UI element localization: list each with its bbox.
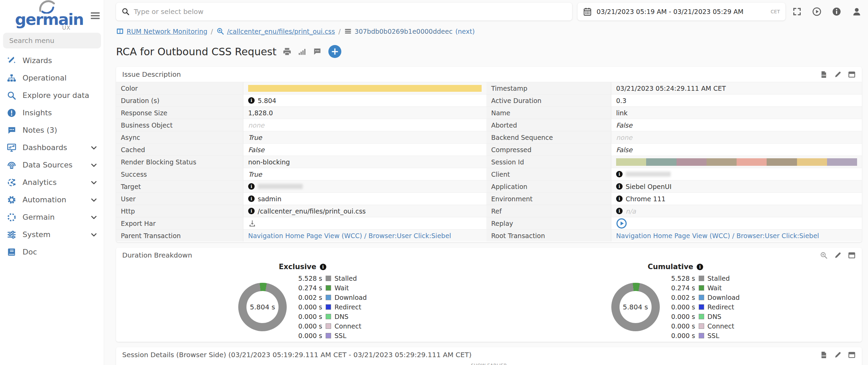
window-icon[interactable] [848, 351, 856, 359]
transaction-link[interactable]: Navigation Home Page View (WCC) / Browse… [616, 232, 819, 239]
window-icon[interactable] [848, 71, 856, 78]
info-dot-icon[interactable]: i [616, 171, 623, 177]
field-value-success: True [243, 168, 486, 180]
signal-bars-icon[interactable] [298, 47, 307, 56]
field-label-replay: Replay [486, 217, 611, 229]
legend-item-redirect[interactable]: 0.000 sRedirect [296, 302, 367, 312]
sidebar-item-operational[interactable]: Operational [0, 69, 104, 87]
legend-swatch [326, 304, 331, 310]
legend-item-dns[interactable]: 0.000 sDNS [296, 312, 367, 321]
field-value-session-id [611, 156, 862, 168]
donut-chart: 5.804 s [611, 283, 660, 331]
value-text: 03/21/2023 05:24:29.111 AM CET [616, 85, 726, 92]
fullscreen-icon[interactable] [792, 7, 802, 16]
sidebar-item-system[interactable]: System [0, 226, 104, 243]
breadcrumb-link[interactable]: /callcenter_enu/files/print_oui.css [227, 28, 335, 35]
edit-icon[interactable] [834, 251, 842, 259]
field-label-application: Application [486, 180, 611, 192]
info-dot-icon[interactable]: i [248, 195, 255, 202]
transaction-link[interactable]: Navigation Home Page View (WCC) / Browse… [248, 232, 451, 239]
edit-icon[interactable] [834, 71, 842, 78]
logo-text: germain [15, 12, 104, 27]
global-search-input[interactable] [134, 8, 567, 16]
chart-legend: 5.528 sStalled0.274 sWait0.002 sDownload… [296, 274, 367, 340]
play-icon[interactable] [812, 7, 822, 16]
field-label-ref: Ref [486, 205, 611, 217]
info-dot-icon[interactable]: i [248, 97, 255, 104]
show-earlier-button[interactable]: SHOW EARLIER [116, 363, 862, 365]
sidebar-search-input[interactable] [3, 33, 101, 48]
info-dot-icon[interactable]: i [616, 208, 623, 214]
add-button[interactable]: + [328, 45, 341, 58]
legend-value: 0.000 s [296, 303, 322, 311]
sidebar-item-data-sources[interactable]: Data Sources [0, 156, 104, 174]
edit-icon[interactable] [834, 351, 842, 359]
global-search[interactable] [116, 3, 572, 20]
legend-swatch [699, 333, 704, 338]
window-icon[interactable] [848, 251, 856, 259]
legend-swatch [326, 323, 331, 329]
legend-item-download[interactable]: 0.002 sDownload [669, 293, 740, 302]
info-icon[interactable] [832, 7, 841, 16]
field-value-environment: iChrome 111 [611, 192, 862, 205]
sidebar-item-wizards[interactable]: Wizards [0, 52, 104, 69]
info-dot-icon[interactable]: i [616, 183, 623, 190]
legend-item-wait[interactable]: 0.274 sWait [296, 283, 367, 293]
breadcrumb-item-resource[interactable]: /callcenter_enu/files/print_oui.css [216, 27, 335, 35]
legend-label: DNS [335, 313, 348, 320]
chart-title-text: Exclusive [279, 263, 316, 271]
info-dot-icon[interactable]: i [616, 195, 623, 202]
legend-swatch [699, 304, 704, 310]
session-details-panel: Session Details (Browser Side) (03/21/20… [116, 347, 862, 365]
legend-item-download[interactable]: 0.002 sDownload [296, 293, 367, 302]
app-logo[interactable]: germain UX [0, 0, 104, 31]
legend-item-ssl[interactable]: 0.000 sSSL [296, 331, 367, 340]
sidebar-item-doc[interactable]: Doc [0, 243, 104, 261]
legend-item-connect[interactable]: 0.000 sConnect [296, 321, 367, 331]
sidebar-item-germain[interactable]: Germain [0, 208, 104, 226]
user-avatar-icon[interactable] [852, 6, 862, 17]
sidebar-item-analytics[interactable]: Analytics [0, 174, 104, 191]
value-text: True [248, 134, 262, 141]
legend-value: 5.528 s [669, 275, 695, 282]
zoom-icon[interactable] [820, 251, 828, 259]
sidebar-item-notes-3[interactable]: Notes (3) [0, 121, 104, 139]
info-dot-icon[interactable]: i [697, 264, 703, 270]
legend-value: 0.000 s [669, 332, 695, 339]
sidebar-item-automation[interactable]: Automation [0, 191, 104, 208]
legend-label: Redirect [335, 303, 361, 311]
legend-swatch [699, 323, 704, 329]
legend-item-stalled[interactable]: 5.528 sStalled [669, 274, 740, 283]
download-icon[interactable] [248, 219, 256, 228]
info-dot-icon[interactable]: i [320, 264, 326, 270]
legend-item-stalled[interactable]: 5.528 sStalled [296, 274, 367, 283]
chart-title: Cumulativei [648, 263, 703, 271]
info-dot-icon[interactable]: i [248, 183, 255, 190]
sidebar-item-insights[interactable]: Insights [0, 104, 104, 121]
legend-item-dns[interactable]: 0.000 sDNS [669, 312, 740, 321]
export-csv-icon[interactable] [820, 71, 828, 78]
legend-item-connect[interactable]: 0.000 sConnect [669, 321, 740, 331]
duration-charts: Exclusivei5.804 s5.528 sStalled0.274 sWa… [116, 263, 862, 340]
date-range-picker[interactable]: 03/21/2023 05:19 AM - 03/21/2023 05:29 A… [578, 3, 785, 20]
export-csv-icon[interactable] [820, 351, 828, 359]
dotted-circle-icon [7, 213, 16, 222]
replay-play-button[interactable] [616, 218, 627, 229]
print-icon[interactable] [283, 47, 291, 56]
sidebar-item-label: Automation [23, 195, 66, 204]
hamburger-menu-icon[interactable] [91, 11, 100, 20]
breadcrumb-next-link[interactable]: (next) [455, 28, 475, 35]
field-label-response-size: Response Size [116, 106, 243, 119]
breadcrumb-link[interactable]: RUM Network Monitoring [127, 28, 208, 35]
field-label-render-blocking-status: Render Blocking Status [116, 156, 243, 168]
sidebar-item-dashboards[interactable]: Dashboards [0, 139, 104, 156]
comment-icon[interactable] [313, 47, 322, 56]
info-dot-icon[interactable]: i [248, 208, 255, 214]
breadcrumb-item-dashboard[interactable]: RUM Network Monitoring [116, 27, 208, 35]
legend-value: 0.002 s [669, 294, 695, 301]
sidebar-item-explore-your-data[interactable]: Explore your data [0, 87, 104, 104]
legend-item-ssl[interactable]: 0.000 sSSL [669, 331, 740, 340]
issue-panel-header: Issue Description [116, 67, 862, 82]
legend-item-redirect[interactable]: 0.000 sRedirect [669, 302, 740, 312]
legend-item-wait[interactable]: 0.274 sWait [669, 283, 740, 293]
